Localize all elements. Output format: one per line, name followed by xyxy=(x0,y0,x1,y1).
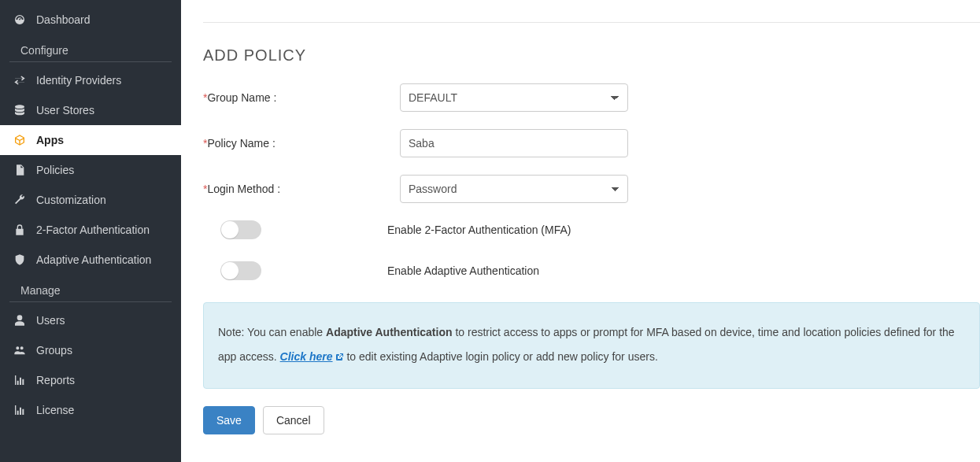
group-name-select[interactable]: DEFAULT xyxy=(400,83,628,112)
login-method-select[interactable]: Password xyxy=(400,175,628,203)
sidebar-item-label: 2-Factor Authentication xyxy=(36,224,150,236)
sidebar-item-label: License xyxy=(36,404,74,416)
label-text: Login Method : xyxy=(207,183,280,195)
sidebar-item-label: Dashboard xyxy=(36,13,91,26)
sidebar-item-users[interactable]: Users xyxy=(0,305,181,335)
policy-name-input[interactable] xyxy=(400,129,628,157)
sidebar-item-label: Identity Providers xyxy=(36,74,121,87)
sidebar-item-label: Adaptive Authentication xyxy=(36,253,151,266)
sidebar-item-label: User Stores xyxy=(36,104,94,116)
save-button[interactable]: Save xyxy=(203,406,255,434)
users-icon xyxy=(11,344,28,357)
sidebar-item-identity-providers[interactable]: Identity Providers xyxy=(0,65,181,95)
cube-icon xyxy=(11,134,28,146)
sidebar-item-label: Apps xyxy=(36,134,64,146)
note-prefix: Note: You can enable xyxy=(218,326,326,338)
mfa-toggle-label: Enable 2-Factor Authentication (MFA) xyxy=(387,224,571,236)
sidebar-item-label: Policies xyxy=(36,164,74,176)
note-link-text: Click here xyxy=(280,350,333,363)
sidebar: Dashboard Configure Identity Providers U… xyxy=(0,0,181,462)
sidebar-item-dashboard[interactable]: Dashboard xyxy=(0,5,181,35)
cancel-button[interactable]: Cancel xyxy=(263,406,324,434)
sidebar-section-manage: Manage xyxy=(9,276,172,302)
sidebar-item-reports[interactable]: Reports xyxy=(0,365,181,395)
sidebar-item-label: Customization xyxy=(36,194,106,206)
database-icon xyxy=(11,104,28,116)
adaptive-toggle[interactable] xyxy=(220,261,261,280)
gauge-icon xyxy=(11,13,28,26)
chart-icon xyxy=(11,404,28,416)
sidebar-item-2fa[interactable]: 2-Factor Authentication xyxy=(0,215,181,245)
shield-icon xyxy=(11,253,28,266)
lock-icon xyxy=(11,224,28,236)
login-method-label: *Login Method : xyxy=(203,183,400,195)
label-text: Policy Name : xyxy=(207,137,275,150)
sidebar-item-label: Groups xyxy=(36,344,72,357)
note-suffix: to edit existing Adaptive login policy o… xyxy=(344,350,658,363)
sidebar-item-groups[interactable]: Groups xyxy=(0,335,181,365)
note-bold: Adaptive Authentication xyxy=(326,326,453,338)
external-link-icon xyxy=(335,346,344,371)
swap-icon xyxy=(11,74,28,87)
page-title: ADD POLICY xyxy=(203,46,980,65)
sidebar-section-configure: Configure xyxy=(9,36,172,62)
sidebar-item-license[interactable]: License xyxy=(0,395,181,425)
sidebar-item-customization[interactable]: Customization xyxy=(0,185,181,215)
chart-icon xyxy=(11,374,28,386)
adaptive-toggle-label: Enable Adaptive Authentication xyxy=(387,264,539,277)
sidebar-item-user-stores[interactable]: User Stores xyxy=(0,95,181,125)
group-name-label: *Group Name : xyxy=(203,91,400,104)
wrench-icon xyxy=(11,194,28,206)
sidebar-item-adaptive[interactable]: Adaptive Authentication xyxy=(0,245,181,275)
sidebar-item-apps[interactable]: Apps xyxy=(0,125,181,155)
mfa-toggle[interactable] xyxy=(220,220,261,239)
toggle-knob xyxy=(221,262,239,279)
sidebar-item-label: Reports xyxy=(36,374,75,386)
main-content: ADD POLICY *Group Name : DEFAULT *Policy… xyxy=(181,0,980,462)
toggle-knob xyxy=(221,221,239,238)
info-note: Note: You can enable Adaptive Authentica… xyxy=(203,302,980,389)
user-icon xyxy=(11,314,28,327)
sidebar-item-label: Users xyxy=(36,314,65,327)
sidebar-item-policies[interactable]: Policies xyxy=(0,155,181,185)
document-icon xyxy=(11,164,28,176)
label-text: Group Name : xyxy=(207,91,276,104)
note-link[interactable]: Click here xyxy=(280,350,344,363)
policy-name-label: *Policy Name : xyxy=(203,137,400,150)
